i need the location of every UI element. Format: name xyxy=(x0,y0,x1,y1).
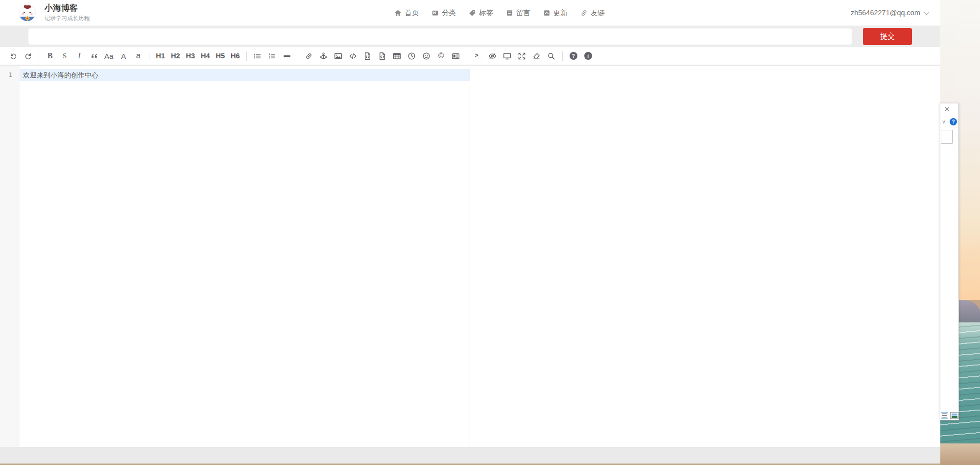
datetime-icon xyxy=(407,52,416,60)
code-block-button[interactable] xyxy=(375,49,390,63)
preformatted-text-button[interactable] xyxy=(360,49,375,63)
main-nav: 首页 分类 标签 留言 更新 友链 xyxy=(335,8,605,18)
h5-button[interactable]: H5 xyxy=(213,49,228,63)
nav-item-category[interactable]: 分类 xyxy=(431,8,456,18)
nav-item-messages[interactable]: 留言 xyxy=(506,8,530,18)
h2-button[interactable]: H2 xyxy=(168,49,183,63)
nav-label: 留言 xyxy=(516,8,530,18)
line-number-gutter: 1 xyxy=(0,66,20,447)
fullscreen-icon xyxy=(518,52,526,60)
toolbar-separator xyxy=(246,51,247,61)
lowercase-button[interactable]: a xyxy=(131,49,145,63)
quote-button[interactable] xyxy=(87,49,101,63)
image-view-toggle[interactable] xyxy=(950,412,958,419)
submit-button[interactable]: 提交 xyxy=(863,28,912,45)
side-panel-input[interactable] xyxy=(941,130,953,144)
goto-line-button[interactable]: >_ xyxy=(471,49,485,63)
undo-button[interactable] xyxy=(6,49,21,63)
fullscreen-button[interactable] xyxy=(515,49,529,63)
editor-active-line[interactable]: 欢迎来到小海的创作中心 xyxy=(20,69,470,81)
h4-button[interactable]: H4 xyxy=(198,49,213,63)
ordered-list-button[interactable]: 123 xyxy=(265,49,280,63)
nav-item-updates[interactable]: 更新 xyxy=(543,8,568,18)
nav-item-tags[interactable]: 标签 xyxy=(469,8,493,18)
site-header: 小海博客 记录学习成长历程 首页 分类 标签 留言 更新 xyxy=(0,0,940,26)
editor-code-area[interactable]: 欢迎来到小海的创作中心 xyxy=(20,66,470,447)
unordered-list-button[interactable] xyxy=(250,49,265,63)
list-ol-icon: 123 xyxy=(268,52,276,60)
search-button[interactable] xyxy=(544,49,559,63)
chevron-down-icon xyxy=(923,9,930,15)
chevron-down-icon[interactable]: ∨ xyxy=(942,119,946,125)
h6-button[interactable]: H6 xyxy=(228,49,243,63)
post-title-input[interactable] xyxy=(28,28,852,45)
html-entities-button[interactable]: © xyxy=(434,49,449,63)
site-logo-avatar[interactable] xyxy=(19,4,36,22)
nav-item-home[interactable]: 首页 xyxy=(394,8,419,18)
toolbar-separator xyxy=(39,51,39,61)
category-icon xyxy=(431,9,439,17)
redo-icon xyxy=(24,52,32,60)
user-email: zh56462271@qq.com xyxy=(851,9,920,17)
datetime-button[interactable] xyxy=(405,49,419,63)
update-icon xyxy=(543,9,550,17)
table-button[interactable] xyxy=(390,49,405,63)
editor-source-pane[interactable]: 1 欢迎来到小海的创作中心 xyxy=(0,66,470,447)
info-icon: i xyxy=(584,52,592,60)
message-icon xyxy=(506,9,513,17)
help-button[interactable]: ? xyxy=(566,49,581,63)
uppercase-button[interactable]: A xyxy=(116,49,131,63)
redo-button[interactable] xyxy=(21,49,35,63)
floating-side-panel: × ∨ ? xyxy=(940,103,959,420)
code-icon xyxy=(349,52,357,60)
quote-icon xyxy=(90,52,98,60)
clear-button[interactable] xyxy=(529,49,544,63)
markdown-toolbar: B S I Aa A a H1 H2 H3 H4 H5 H6 123 © >_ xyxy=(0,47,940,65)
inline-code-button[interactable] xyxy=(346,49,360,63)
strikethrough-button[interactable]: S xyxy=(57,49,72,63)
horizontal-rule-button[interactable] xyxy=(280,49,294,63)
watch-toggle-button[interactable] xyxy=(485,49,500,63)
emoji-button[interactable] xyxy=(419,49,434,63)
preformatted-text-icon xyxy=(363,52,372,60)
anchor-button[interactable] xyxy=(316,49,331,63)
italic-button[interactable]: I xyxy=(72,49,87,63)
page-content: 小海博客 记录学习成长历程 首页 分类 标签 留言 更新 xyxy=(0,0,940,464)
anchor-icon xyxy=(319,52,328,60)
editor-preview-pane xyxy=(470,66,940,447)
pagebreak-button[interactable] xyxy=(449,49,463,63)
info-button[interactable]: i xyxy=(581,49,596,63)
list-ul-icon xyxy=(253,52,262,60)
close-icon[interactable]: × xyxy=(944,104,950,114)
hr-icon xyxy=(284,55,290,57)
h1-button[interactable]: H1 xyxy=(153,49,168,63)
code-block-icon xyxy=(378,52,386,60)
page-footer xyxy=(0,447,940,464)
site-subtitle: 记录学习成长历程 xyxy=(45,15,90,22)
link-icon xyxy=(305,52,313,60)
emoji-icon xyxy=(422,52,430,60)
site-title: 小海博客 xyxy=(45,3,90,13)
insert-image-button[interactable] xyxy=(331,49,346,63)
user-account-dropdown[interactable]: zh56462271@qq.com xyxy=(851,9,928,17)
table-icon xyxy=(393,52,401,60)
image-thumbnail-icon xyxy=(952,414,957,418)
nav-label: 标签 xyxy=(479,8,493,18)
nav-item-friend-links[interactable]: 友链 xyxy=(580,8,605,18)
h3-button[interactable]: H3 xyxy=(183,49,198,63)
nav-label: 友链 xyxy=(591,8,605,18)
composer-title-bar: 提交 xyxy=(0,26,940,47)
avatar-hair xyxy=(24,5,31,9)
tag-icon xyxy=(469,9,476,17)
list-view-toggle[interactable] xyxy=(941,412,948,419)
bold-button[interactable]: B xyxy=(43,49,57,63)
capitalize-button[interactable]: Aa xyxy=(101,49,116,63)
toolbar-separator xyxy=(562,51,563,61)
nav-label: 更新 xyxy=(553,8,568,18)
nav-label: 首页 xyxy=(405,8,419,18)
preview-button[interactable] xyxy=(500,49,515,63)
help-badge[interactable]: ? xyxy=(950,118,957,125)
toolbar-separator xyxy=(467,51,467,61)
undo-icon xyxy=(9,52,18,60)
link-button[interactable] xyxy=(302,49,316,63)
